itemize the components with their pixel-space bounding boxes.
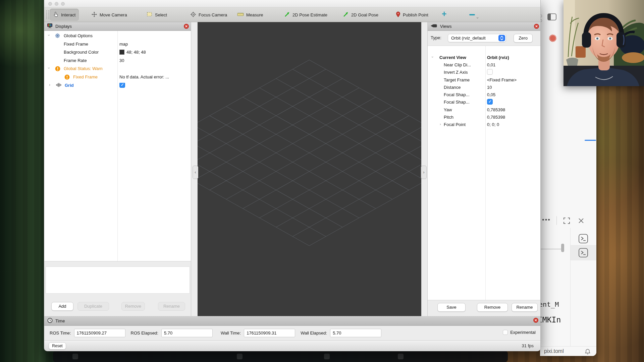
chevron-down-icon[interactable]: ›: [47, 35, 51, 36]
collapse-right-panel-tab[interactable]: ›: [421, 166, 427, 179]
property-value[interactable]: 0,785398: [487, 107, 505, 112]
dock-icon[interactable]: [72, 354, 78, 359]
dock-icon[interactable]: [324, 354, 330, 359]
tree-row-focal-point[interactable]: › Focal Point 0; 0; 0: [428, 121, 541, 128]
close-icon[interactable]: ✕: [184, 24, 189, 29]
terminal-icon[interactable]: [579, 234, 588, 245]
close-icon[interactable]: ✕: [534, 24, 539, 29]
tree-row-global-options[interactable]: › Global Options: [44, 32, 191, 40]
traffic-light-icon[interactable]: [61, 2, 65, 6]
wall-time-input[interactable]: [244, 329, 295, 337]
tree-row-fixed-frame[interactable]: Fixed Frame map: [44, 40, 191, 48]
save-view-button[interactable]: Save: [437, 303, 466, 312]
tree-row-pitch[interactable]: Pitch 0,785398: [428, 114, 541, 121]
editor-statusbar: pixi.toml: [540, 346, 596, 356]
checkbox-checked-icon[interactable]: [119, 83, 125, 88]
tool-2d-goal-pose[interactable]: 2D Goal Pose: [339, 9, 382, 21]
traffic-light-icon[interactable]: [48, 2, 52, 6]
bell-icon[interactable]: [584, 348, 591, 356]
checkbox-unchecked-icon[interactable]: [487, 69, 493, 75]
tool-move-camera[interactable]: Move Camera: [88, 9, 130, 21]
dock-icon[interactable]: [398, 354, 404, 359]
zero-button[interactable]: Zero: [514, 34, 533, 43]
tool-focus-camera[interactable]: Focus Camera: [187, 9, 230, 21]
dock-icon[interactable]: [237, 354, 243, 359]
rename-view-button[interactable]: Rename: [512, 303, 538, 312]
chevron-right-icon[interactable]: ›: [440, 122, 441, 126]
traffic-light-icon[interactable]: [55, 2, 58, 6]
expand-icon[interactable]: [563, 217, 571, 226]
tree-row-target-frame[interactable]: Target Frame <Fixed Frame>: [428, 77, 541, 84]
accent-divider: [585, 140, 596, 141]
property-value[interactable]: 10: [487, 85, 492, 90]
scrollbar-thumb[interactable]: [561, 244, 564, 252]
tree-row-near-clip[interactable]: Near Clip Di... 0,01: [428, 62, 541, 69]
time-header[interactable]: Time ✕: [44, 316, 540, 326]
tree-row-focal-shape-size[interactable]: Focal Shap... 0,05: [428, 92, 541, 99]
wall-elapsed-input[interactable]: [330, 329, 381, 337]
fps-counter: 31 fps: [522, 343, 534, 348]
slider-track[interactable]: [541, 249, 562, 249]
tool-interact[interactable]: Interact: [50, 9, 79, 21]
property-value[interactable]: 0,785398: [487, 115, 505, 120]
toolbar-drag-handle[interactable]: [46, 10, 49, 19]
tool-measure[interactable]: Measure: [234, 9, 267, 21]
tree-row-global-status[interactable]: › Global Status: Warn: [44, 65, 191, 73]
displays-panel: Displays ✕ › Global Options Fixed Frame …: [44, 22, 191, 316]
property-value[interactable]: 0,01: [487, 62, 495, 67]
window-titlebar[interactable]: [44, 0, 540, 7]
tree-row-fixed-frame-warn[interactable]: Fixed Frame No tf data. Actual error: ..…: [44, 73, 191, 81]
more-options-icon[interactable]: •••: [542, 216, 551, 224]
remove-tool-button[interactable]: [469, 14, 475, 15]
property-value[interactable]: <Fixed Frame>: [487, 77, 517, 82]
terminal-icon[interactable]: [579, 248, 588, 259]
tree-row-focal-shape-fixed[interactable]: Focal Shap...: [428, 99, 541, 106]
close-icon[interactable]: [578, 217, 585, 226]
reset-button[interactable]: Reset: [49, 342, 66, 350]
property-value[interactable]: 0,05: [487, 92, 495, 97]
render-viewport-3d[interactable]: [198, 22, 421, 316]
ros-elapsed-input[interactable]: [161, 329, 213, 337]
checkbox-checked-icon[interactable]: [487, 99, 493, 105]
asterisk-icon[interactable]: [548, 34, 557, 44]
layout-toggle-icon[interactable]: [547, 13, 556, 22]
displays-header[interactable]: Displays ✕: [44, 22, 191, 31]
hand-pointer-icon: [53, 11, 59, 18]
close-icon[interactable]: ✕: [533, 318, 538, 323]
tree-row-yaw[interactable]: Yaw 0,785398: [428, 107, 541, 114]
collapse-left-panel-tab[interactable]: ‹: [193, 166, 198, 179]
move-arrows-icon: [91, 11, 97, 18]
type-label: Type:: [431, 35, 441, 40]
chevron-down-icon[interactable]: ›: [475, 17, 480, 18]
invert-z-checkbox[interactable]: [487, 70, 493, 76]
tree-row-invert-z[interactable]: Invert Z Axis: [428, 69, 541, 76]
tree-row-grid[interactable]: › Grid: [44, 81, 191, 89]
chevron-down-icon[interactable]: ›: [431, 56, 435, 58]
ros-time-input[interactable]: [74, 329, 125, 337]
gear-flower-icon: [55, 33, 60, 39]
tree-row-background-color[interactable]: Background Color 48; 48; 48: [44, 48, 191, 56]
tree-row-distance[interactable]: Distance 10: [428, 84, 541, 91]
property-value[interactable]: 30: [119, 58, 124, 63]
grid-enabled-checkbox[interactable]: [119, 83, 125, 89]
tool-publish-point[interactable]: Publish Point: [392, 9, 432, 21]
tree-row-frame-rate[interactable]: Frame Rate 30: [44, 57, 191, 65]
checkbox-unchecked-icon[interactable]: [503, 330, 508, 335]
views-header[interactable]: Views ✕: [428, 22, 541, 31]
property-value[interactable]: map: [119, 42, 128, 47]
view-type-dropdown[interactable]: Orbit (rviz_default: [448, 34, 506, 42]
property-value[interactable]: 48; 48; 48: [119, 50, 146, 55]
property-value[interactable]: 0; 0; 0: [487, 122, 499, 127]
tool-select[interactable]: Select: [143, 9, 170, 21]
chevron-right-icon[interactable]: ›: [49, 82, 50, 87]
tool-2d-pose-estimate[interactable]: 2D Pose Estimate: [281, 9, 331, 21]
experimental-toggle[interactable]: Experimental: [503, 330, 536, 335]
remove-view-button[interactable]: Remove: [477, 303, 508, 312]
statusbar-filename[interactable]: pixi.toml: [544, 348, 564, 354]
focal-shape-checkbox[interactable]: [487, 100, 493, 106]
add-display-button[interactable]: Add: [51, 302, 73, 311]
tree-row-current-view[interactable]: › Current View Orbit (rviz): [428, 54, 541, 61]
add-tool-button[interactable]: +: [442, 9, 447, 19]
dropdown-stepper-icon[interactable]: [498, 35, 505, 41]
chevron-down-icon[interactable]: ›: [47, 67, 51, 69]
